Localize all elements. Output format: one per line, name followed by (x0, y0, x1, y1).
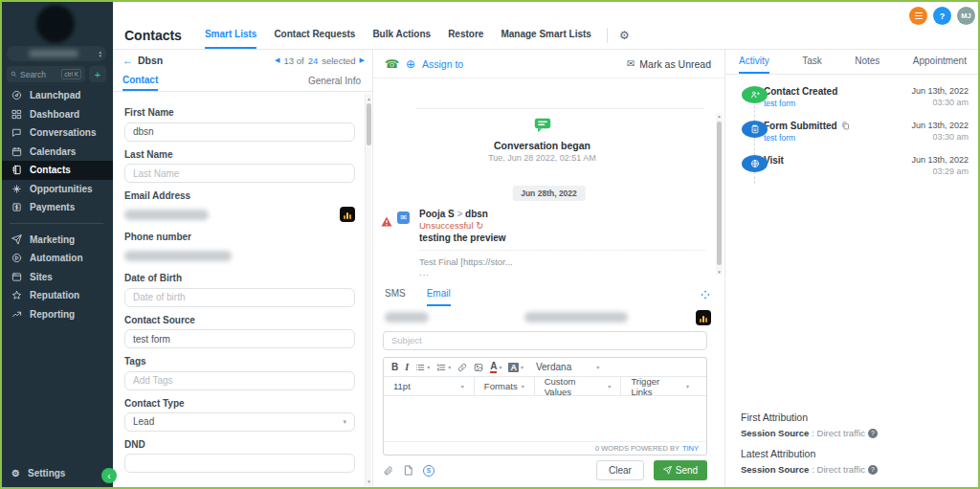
prev-contact-icon[interactable]: ◀ (275, 56, 279, 64)
sidebar-item-payments[interactable]: Payments (0, 198, 113, 217)
user-avatar[interactable]: MJ (957, 7, 975, 25)
sidebar-item-opportunities[interactable]: Opportunities (0, 180, 113, 199)
email-message[interactable]: ✉ Pooja S > dbsn Unsuccessful ↻ testing … (381, 209, 705, 278)
send-button[interactable]: Send (654, 460, 707, 480)
next-contact-icon[interactable]: ▶ (360, 56, 365, 64)
back-arrow-icon[interactable]: ← (122, 55, 133, 66)
field-email: Email Address (124, 190, 355, 224)
numbered-list-button[interactable]: ▾ (436, 363, 451, 372)
italic-button[interactable]: I (405, 362, 409, 372)
phone-value-redacted[interactable] (124, 251, 232, 261)
tinymce-link[interactable]: TINY (682, 444, 699, 453)
conversation-began-title: Conversation began (373, 140, 711, 151)
timeline-source-link[interactable]: test form (764, 99, 795, 108)
tab-bulk-actions[interactable]: Bulk Actions (372, 21, 431, 49)
sidebar-item-calendars[interactable]: Calendars (0, 143, 113, 162)
help-button[interactable]: ? (933, 7, 951, 25)
help-tooltip-icon[interactable]: ? (868, 465, 878, 475)
field-dob: Date of Birth (124, 273, 355, 307)
to-address-redacted[interactable] (524, 312, 628, 322)
tab-appointment[interactable]: Appointment (913, 50, 967, 74)
email-score-icon (340, 207, 355, 222)
request-payment-icon[interactable]: $ (423, 465, 434, 477)
bullet-list-button[interactable]: ▾ (415, 363, 430, 372)
retry-icon[interactable]: ↻ (476, 220, 483, 231)
formats-select[interactable]: Formats▾ (475, 377, 535, 395)
dob-input[interactable] (124, 288, 355, 307)
sidebar-item-contacts[interactable]: Contacts (0, 161, 113, 180)
page-title: Contacts (124, 28, 182, 43)
tab-sms[interactable]: SMS (385, 282, 406, 306)
dnd-input[interactable] (124, 454, 355, 473)
smartlist-settings-icon[interactable]: ⚙ (619, 29, 630, 42)
font-family-select[interactable]: Verdana▾ (536, 362, 599, 372)
email-value-redacted[interactable] (124, 210, 209, 220)
account-switch-icon: ▴▾ (99, 50, 101, 57)
sidebar-item-reputation[interactable]: Reputation (0, 286, 113, 305)
sidebar-item-settings[interactable]: ⚙ Settings (0, 464, 113, 482)
tab-smart-lists[interactable]: Smart Lists (205, 21, 256, 49)
text-color-button[interactable]: A▾ (490, 362, 501, 373)
selected-count[interactable]: 24 (308, 56, 319, 66)
bold-button[interactable]: B (391, 362, 398, 372)
tab-contact[interactable]: Contact (122, 71, 158, 91)
thread-scrollbar[interactable]: ▴ ▾ (716, 113, 723, 275)
link-button[interactable] (457, 363, 467, 372)
tab-restore[interactable]: Restore (448, 21, 483, 49)
message-more[interactable]: ... (419, 267, 705, 278)
custom-values-select[interactable]: Custom Values▾ (535, 377, 622, 395)
timeline-source-link[interactable]: test form (764, 133, 795, 143)
email-score-icon (696, 310, 711, 325)
account-switcher[interactable]: ▴▾ (7, 46, 106, 61)
sidebar-item-dashboard[interactable]: Dashboard (0, 105, 113, 124)
sidebar-item-automation[interactable]: Automation (0, 249, 113, 268)
last-name-input[interactable] (124, 164, 355, 183)
tags-input[interactable] (124, 371, 355, 390)
contact-form-scrollbar[interactable]: ▴ ▾ (365, 94, 371, 486)
template-file-icon[interactable] (403, 465, 413, 476)
font-size-select[interactable]: 11pt▾ (391, 377, 475, 395)
copy-icon[interactable] (841, 122, 850, 130)
first-name-input[interactable] (124, 122, 355, 142)
contact-type-select[interactable]: Lead ▾ (124, 412, 355, 432)
whats-new-button[interactable] (909, 7, 927, 25)
call-icon[interactable]: ☎ (385, 57, 399, 71)
tab-email[interactable]: Email (427, 282, 451, 306)
conversation-began-icon (533, 117, 552, 134)
clear-button[interactable]: Clear (596, 460, 644, 480)
tab-task[interactable]: Task (802, 50, 822, 74)
assign-plus-icon[interactable]: ⊕ (406, 57, 415, 71)
help-tooltip-icon[interactable]: ? (868, 429, 878, 438)
search-input[interactable]: Search ctrl K (7, 66, 85, 82)
assign-to-button[interactable]: Assign to (422, 58, 463, 70)
tab-activity[interactable]: Activity (739, 50, 769, 74)
contact-source-input[interactable] (124, 329, 355, 348)
dashboard-icon (11, 109, 22, 120)
payments-icon (11, 202, 22, 212)
mark-as-unread-button[interactable]: ✉ Mark as Unread (627, 58, 711, 70)
sidebar-item-sites[interactable]: Sites (0, 268, 113, 287)
sidebar-collapse-button[interactable]: ‹ (101, 468, 117, 483)
subject-input[interactable] (383, 331, 707, 350)
attachment-icon[interactable] (383, 465, 393, 476)
sidebar-item-launchpad[interactable]: Launchpad (0, 86, 113, 105)
highlight-color-button[interactable]: A▾ (508, 363, 523, 372)
tab-manage-smart-lists[interactable]: Manage Smart Lists (501, 21, 590, 49)
conversation-began-time: Tue, Jun 28 2022, 02:51 AM (373, 153, 711, 163)
sidebar-item-conversations[interactable]: Conversations (0, 123, 113, 143)
quick-add-button[interactable]: + (89, 66, 106, 82)
trigger-links-select[interactable]: Trigger Links▾ (621, 377, 699, 395)
sidebar-item-marketing[interactable]: Marketing (0, 231, 113, 250)
tab-contact-requests[interactable]: Contact Requests (274, 21, 355, 49)
from-address-redacted[interactable] (385, 312, 429, 322)
activity-timeline: Contact Created test form Jun 13th, 2022… (725, 75, 980, 188)
expand-icon[interactable] (700, 289, 711, 300)
sidebar-item-reporting[interactable]: Reporting (0, 305, 113, 324)
email-body-input[interactable] (384, 396, 706, 441)
search-shortcut: ctrl K (61, 69, 81, 79)
insert-image-button[interactable] (474, 363, 483, 372)
tab-general-info[interactable]: General Info (308, 76, 361, 86)
tab-notes[interactable]: Notes (855, 50, 880, 74)
chevron-down-icon: ▾ (343, 418, 346, 426)
sidebar-divider (10, 223, 103, 224)
